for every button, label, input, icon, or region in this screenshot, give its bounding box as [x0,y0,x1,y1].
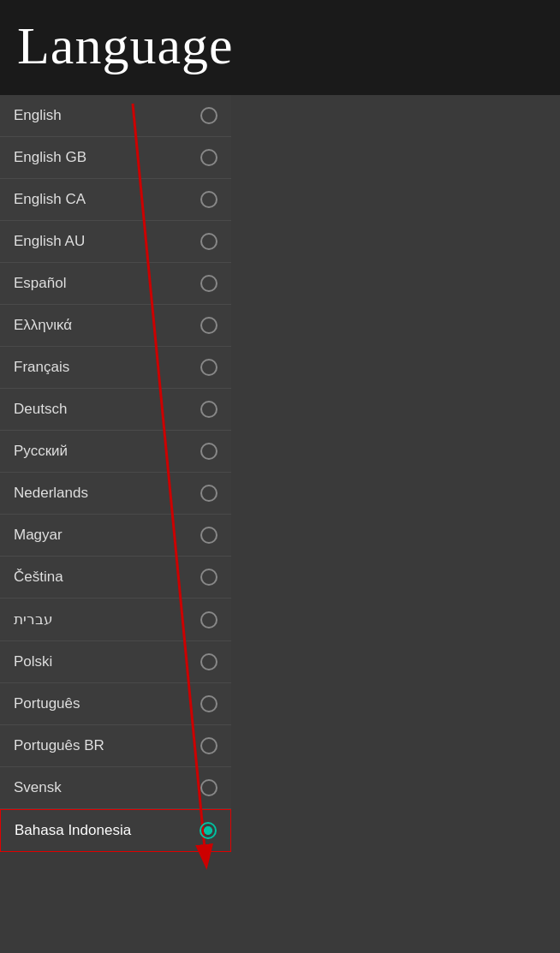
language-list-container: EnglishEnglish GBEnglish CAEnglish AUEsp… [0,95,560,852]
language-label-english-ca: English CA [14,191,86,208]
language-item-portugues-br[interactable]: Português BR [0,725,231,767]
language-item-english-au[interactable]: English AU [0,221,231,263]
language-label-svensk: Svensk [14,779,62,796]
language-item-portugues[interactable]: Português [0,683,231,725]
radio-magyar[interactable] [200,527,217,544]
radio-russian[interactable] [200,443,217,460]
radio-greek[interactable] [200,317,217,334]
language-item-nederlands[interactable]: Nederlands [0,473,231,515]
radio-polski[interactable] [200,653,217,670]
language-label-francais: Français [14,359,69,376]
radio-deutsch[interactable] [200,401,217,418]
radio-english[interactable] [200,107,217,124]
language-item-espanol[interactable]: Español [0,263,231,305]
language-label-english-gb: English GB [14,149,86,166]
radio-english-au[interactable] [200,233,217,250]
language-item-deutsch[interactable]: Deutsch [0,389,231,431]
radio-english-ca[interactable] [200,191,217,208]
radio-english-gb[interactable] [200,149,217,166]
language-label-bahasa-indonesia: Bahasa Indonesia [15,822,131,839]
language-item-bahasa-indonesia[interactable]: Bahasa Indonesia [0,809,231,852]
page-title: Language [0,0,560,95]
radio-francais[interactable] [200,359,217,376]
language-label-english-au: English AU [14,233,85,250]
language-label-portugues-br: Português BR [14,737,104,754]
language-item-english-ca[interactable]: English CA [0,179,231,221]
language-item-cestina[interactable]: Čeština [0,557,231,599]
language-label-espanol: Español [14,275,66,292]
language-label-russian: Русский [14,443,68,460]
radio-svensk[interactable] [200,779,217,796]
language-label-hebrew: עברית [14,611,53,628]
language-item-svensk[interactable]: Svensk [0,767,231,809]
language-label-nederlands: Nederlands [14,485,88,502]
language-label-magyar: Magyar [14,527,63,544]
language-item-greek[interactable]: Ελληνικά [0,305,231,347]
language-label-portugues: Português [14,695,80,712]
radio-espanol[interactable] [200,275,217,292]
language-label-deutsch: Deutsch [14,401,67,418]
language-item-francais[interactable]: Français [0,347,231,389]
radio-hebrew[interactable] [200,611,217,628]
language-item-english[interactable]: English [0,95,231,137]
language-item-hebrew[interactable]: עברית [0,599,231,641]
radio-portugues[interactable] [200,695,217,712]
language-item-russian[interactable]: Русский [0,431,231,473]
language-label-greek: Ελληνικά [14,317,72,334]
radio-bahasa-indonesia[interactable] [200,822,217,839]
language-item-polski[interactable]: Polski [0,641,231,683]
language-label-cestina: Čeština [14,569,63,586]
language-label-polski: Polski [14,653,52,670]
radio-nederlands[interactable] [200,485,217,502]
language-list: EnglishEnglish GBEnglish CAEnglish AUEsp… [0,95,231,852]
language-item-english-gb[interactable]: English GB [0,137,231,179]
radio-portugues-br[interactable] [200,737,217,754]
language-label-english: English [14,107,62,124]
language-item-magyar[interactable]: Magyar [0,515,231,557]
radio-cestina[interactable] [200,569,217,586]
